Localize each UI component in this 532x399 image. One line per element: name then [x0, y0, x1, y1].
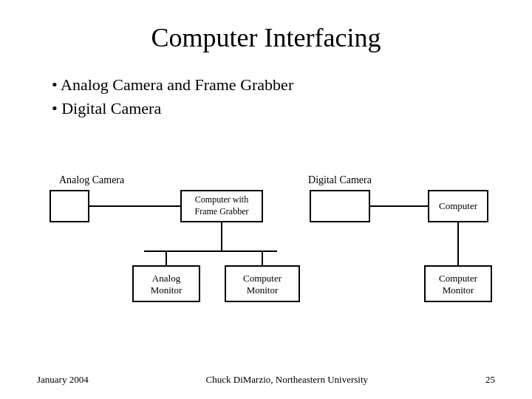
computer-right-label: Computer — [439, 200, 478, 211]
slide-title: Computer Interfacing — [37, 22, 495, 53]
computer-monitor-left-label-line1: Computer — [243, 273, 282, 284]
bullet-2: Digital Camera — [52, 99, 495, 118]
computer-monitor-right-box — [425, 266, 491, 301]
computer-monitor-left-box — [225, 266, 299, 301]
analog-monitor-label-line2: Monitor — [151, 284, 183, 296]
computer-fg-label-line1: Computer with — [195, 194, 248, 205]
computer-monitor-left-label-line2: Monitor — [247, 284, 279, 296]
slide: Computer Interfacing Analog Camera and F… — [0, 0, 532, 399]
digital-camera-box — [310, 191, 369, 222]
digital-camera-label: Digital Camera — [308, 174, 372, 185]
computer-monitor-right-label-line2: Monitor — [443, 284, 474, 296]
computer-monitor-right-label-line1: Computer — [439, 273, 478, 284]
footer-right: 25 — [485, 374, 495, 386]
footer-left: January 2004 — [37, 374, 89, 386]
diagram: Analog Camera Computer with Frame Grabbe… — [37, 140, 495, 310]
diagram-svg: Analog Camera Computer with Frame Grabbe… — [37, 140, 495, 310]
footer: January 2004 Chuck DiMarzio, Northeaster… — [37, 374, 495, 386]
bullet-list: Analog Camera and Frame Grabber Digital … — [37, 75, 495, 118]
bullet-1: Analog Camera and Frame Grabber — [52, 75, 495, 95]
analog-camera-box — [50, 191, 89, 222]
analog-camera-label: Analog Camera — [59, 174, 125, 185]
computer-fg-label-line2: Frame Grabber — [195, 206, 249, 216]
analog-monitor-box — [133, 266, 200, 301]
footer-center: Chuck DiMarzio, Northeastern University — [206, 374, 369, 386]
analog-monitor-label-line1: Analog — [152, 273, 181, 284]
